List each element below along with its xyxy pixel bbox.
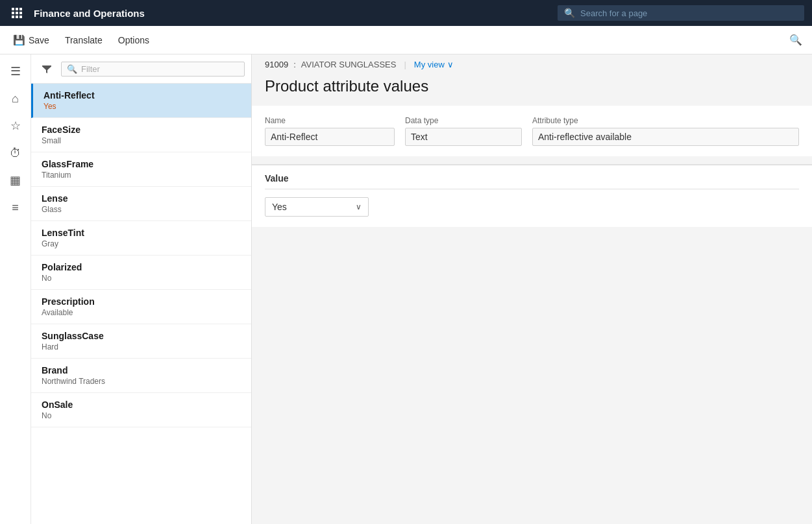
list-item-name: GlassFrame — [42, 159, 241, 169]
svg-rect-1 — [16, 8, 18, 10]
list-item[interactable]: OnSale No — [31, 393, 251, 427]
svg-rect-7 — [16, 16, 18, 18]
list-item-name: LenseTint — [42, 228, 241, 238]
list-item-value: Small — [42, 136, 241, 145]
fields-row: Name Anti-Reflect Data type Text Attribu… — [265, 116, 799, 146]
name-field-group: Name Anti-Reflect — [265, 116, 395, 146]
list-item-value: Glass — [42, 205, 241, 214]
breadcrumb: 91009 : AVIATOR SUNGLASSES | My view ∨ — [252, 54, 812, 75]
value-section-title: Value — [265, 173, 799, 189]
global-search[interactable]: 🔍 — [558, 5, 804, 21]
list-item-value: Available — [42, 308, 241, 317]
list-item-value: Hard — [42, 342, 241, 351]
save-icon: 💾 — [13, 34, 25, 46]
svg-rect-4 — [16, 12, 18, 14]
data-type-field-group: Data type Text — [405, 116, 522, 146]
detail-panel: 91009 : AVIATOR SUNGLASSES | My view ∨ P… — [252, 54, 812, 524]
filter-search-icon: 🔍 — [67, 64, 77, 74]
list-item-name: Lense — [42, 193, 241, 204]
chevron-down-icon: ∨ — [356, 202, 362, 211]
breadcrumb-pipe: | — [404, 60, 406, 69]
list-panel: 🔍 Anti-Reflect Yes FaceSize Small GlassF… — [31, 54, 252, 524]
svg-rect-8 — [19, 16, 22, 18]
hamburger-icon[interactable]: ☰ — [4, 60, 27, 83]
toolbar-search-button[interactable]: 🔍 — [786, 30, 806, 50]
chevron-down-icon: ∨ — [447, 60, 454, 69]
list-panel-header: 🔍 — [31, 54, 251, 84]
star-icon[interactable]: ☆ — [4, 114, 27, 137]
list-item[interactable]: SunglassCase Hard — [31, 324, 251, 359]
list-item-value: Yes — [43, 102, 241, 111]
toolbar: 💾 Save Translate Options 🔍 — [0, 26, 812, 54]
icon-nav: ☰ ⌂ ☆ ⏱ ▦ ≡ — [0, 54, 31, 524]
list-item-value: No — [42, 411, 241, 420]
home-icon[interactable]: ⌂ — [4, 87, 27, 110]
breadcrumb-separator: : — [293, 60, 296, 69]
list-item-name: Anti-Reflect — [43, 90, 241, 101]
list-item-value: Northwind Traders — [42, 377, 241, 386]
list-item[interactable]: Brand Northwind Traders — [31, 359, 251, 393]
value-dropdown-selected: Yes — [272, 202, 287, 212]
list-item-value: No — [42, 274, 241, 283]
breadcrumb-id: 91009 — [265, 60, 288, 69]
svg-rect-2 — [19, 8, 22, 10]
value-dropdown[interactable]: Yes ∨ — [265, 197, 369, 217]
attr-type-field-group: Attribute type Anti-reflective available — [532, 116, 799, 146]
filter-input[interactable] — [81, 64, 239, 74]
list-item-name: SunglassCase — [42, 331, 241, 341]
svg-rect-5 — [19, 12, 22, 14]
list-item[interactable]: Prescription Available — [31, 290, 251, 324]
main-layout: ☰ ⌂ ☆ ⏱ ▦ ≡ 🔍 Anti-Reflect Yes Face — [0, 54, 812, 524]
svg-rect-0 — [12, 8, 14, 10]
attr-type-value: Anti-reflective available — [532, 128, 799, 146]
options-label: Options — [118, 35, 149, 45]
translate-label: Translate — [65, 35, 103, 45]
options-button[interactable]: Options — [112, 32, 156, 49]
list-item-name: Brand — [42, 365, 241, 375]
clock-icon[interactable]: ⏱ — [4, 141, 27, 165]
svg-rect-3 — [12, 12, 14, 14]
app-title: Finance and Operations — [34, 8, 550, 19]
list-item-value: Gray — [42, 239, 241, 248]
svg-rect-6 — [12, 16, 14, 18]
list-item[interactable]: Polarized No — [31, 256, 251, 290]
filter-icon-button[interactable] — [38, 60, 56, 78]
name-label: Name — [265, 116, 395, 125]
attr-type-label: Attribute type — [532, 116, 799, 125]
list-item[interactable]: GlassFrame Titanium — [31, 152, 251, 187]
fields-section: Name Anti-Reflect Data type Text Attribu… — [252, 106, 812, 156]
search-input[interactable] — [580, 8, 798, 18]
list-item[interactable]: FaceSize Small — [31, 118, 251, 152]
data-type-value: Text — [405, 128, 522, 146]
page-title: Product attribute values — [252, 75, 812, 106]
name-value: Anti-Reflect — [265, 128, 395, 146]
list-item-name: Prescription — [42, 296, 241, 307]
my-view-button[interactable]: My view ∨ — [414, 60, 454, 69]
list-item-name: FaceSize — [42, 125, 241, 135]
list-item[interactable]: Anti-Reflect Yes — [31, 84, 251, 118]
top-bar: Finance and Operations 🔍 — [0, 0, 812, 26]
list-icon[interactable]: ≡ — [4, 196, 27, 219]
list-item-name: OnSale — [42, 399, 241, 410]
filter-input-wrap: 🔍 — [61, 62, 245, 77]
search-icon: 🔍 — [564, 8, 575, 18]
list-items: Anti-Reflect Yes FaceSize Small GlassFra… — [31, 84, 251, 524]
my-view-label: My view — [414, 60, 445, 69]
breadcrumb-name: AVIATOR SUNGLASSES — [301, 60, 397, 69]
list-item[interactable]: LenseTint Gray — [31, 221, 251, 256]
translate-button[interactable]: Translate — [58, 32, 109, 49]
list-item-name: Polarized — [42, 262, 241, 272]
grid-icon[interactable]: ▦ — [4, 169, 27, 192]
data-type-label: Data type — [405, 116, 522, 125]
value-section: Value Yes ∨ — [252, 164, 812, 227]
waffle-icon[interactable] — [8, 8, 26, 18]
save-label: Save — [29, 35, 49, 45]
save-button[interactable]: 💾 Save — [6, 31, 56, 49]
list-item[interactable]: Lense Glass — [31, 187, 251, 221]
list-item-value: Titanium — [42, 171, 241, 180]
